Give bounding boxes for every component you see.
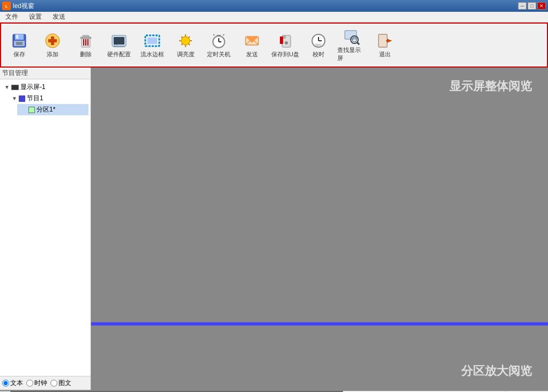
- radio-clock-label: 时钟: [34, 379, 47, 388]
- title-text: led视窗: [13, 2, 34, 11]
- radio-clock[interactable]: 时钟: [26, 379, 47, 388]
- svg-text:校时: 校时: [315, 43, 322, 47]
- left-panel: 节目管理 ▼ 显示屏-1 ▼ 节目1 分区1*: [0, 68, 91, 390]
- svg-rect-4: [16, 42, 23, 45]
- svg-rect-15: [114, 37, 124, 45]
- preview-bottom-label: 分区放大阅览: [461, 363, 532, 379]
- svg-rect-7: [48, 39, 57, 42]
- flow-border-label: 流水边框: [140, 50, 164, 58]
- add-button[interactable]: 添加: [36, 30, 69, 61]
- preview-bottom: 分区放大阅览: [91, 326, 548, 390]
- tree-item-screen[interactable]: ▼ 显示屏-1: [2, 82, 88, 93]
- node-panel-header: 节目管理: [0, 68, 91, 79]
- add-icon: [44, 32, 61, 49]
- hw-config-icon: [110, 32, 128, 49]
- tree-expand-node-icon: ▼: [12, 95, 17, 101]
- title-bar: L led视窗 ─ □ ✕: [0, 0, 548, 12]
- main-container: 节目管理 ▼ 显示屏-1 ▼ 节目1 分区1*: [0, 68, 548, 390]
- window-controls: ─ □ ✕: [518, 2, 546, 10]
- hw-config-label: 硬件配置: [107, 50, 131, 58]
- menu-bar: 文件 设置 发送: [0, 12, 548, 23]
- tree-item-node-label: 节目1: [27, 94, 43, 103]
- brightness-label: 调亮度: [177, 50, 195, 58]
- app-icon: L: [2, 2, 11, 10]
- find-screen-icon: [343, 28, 360, 45]
- add-label: 添加: [47, 50, 58, 58]
- save-udisk-icon: [277, 32, 294, 49]
- svg-rect-16: [113, 46, 125, 47]
- flow-border-icon: [144, 32, 161, 49]
- save-button[interactable]: 保存: [3, 30, 35, 61]
- exit-label: 退出: [379, 50, 391, 58]
- svg-line-27: [188, 43, 190, 45]
- delete-label: 删除: [80, 50, 92, 58]
- tree-item-zone[interactable]: 分区1*: [17, 104, 88, 115]
- timer-icon: [210, 32, 227, 49]
- delete-button[interactable]: 删除: [70, 30, 102, 61]
- svg-rect-54: [379, 34, 387, 47]
- svg-rect-34: [217, 35, 221, 36]
- tree-item-zone-label: 分区1*: [36, 105, 55, 114]
- svg-rect-20: [147, 38, 157, 44]
- brightness-icon: [177, 32, 194, 49]
- exit-icon: [376, 32, 394, 49]
- flow-border-button[interactable]: 流水边框: [136, 30, 168, 61]
- save-udisk-button[interactable]: 保存到U盘: [269, 30, 301, 61]
- svg-point-18: [116, 45, 117, 46]
- find-screen-label: 查找显示屏: [337, 46, 366, 62]
- radio-text-label: 文本: [10, 379, 23, 388]
- tree-item-screen-label: 显示屏-1: [20, 83, 46, 92]
- toolbar: 保存 添加 删除 硬件配置 流水边框 调亮度 定时关机: [0, 23, 548, 68]
- node-icon: [19, 95, 25, 102]
- radio-bar: 文本 时钟 图文: [0, 376, 91, 390]
- save-icon: [11, 32, 28, 49]
- svg-point-17: [114, 45, 115, 46]
- screen-icon: [11, 85, 19, 90]
- maximize-button[interactable]: □: [528, 2, 536, 10]
- send-label: 发送: [246, 50, 258, 58]
- svg-line-29: [181, 43, 183, 45]
- exit-button[interactable]: 退出: [369, 30, 401, 61]
- brightness-button[interactable]: 调亮度: [169, 30, 202, 61]
- svg-line-52: [357, 42, 359, 45]
- save-label: 保存: [13, 50, 25, 58]
- svg-rect-42: [283, 35, 286, 39]
- svg-line-28: [188, 36, 190, 38]
- preview-top: 显示屏整体阅览: [91, 68, 548, 322]
- clock-sync-label: 校时: [313, 50, 324, 58]
- hw-config-button[interactable]: 硬件配置: [103, 30, 135, 61]
- preview-top-label: 显示屏整体阅览: [449, 78, 532, 94]
- radio-image-label: 图文: [58, 379, 71, 388]
- svg-line-36: [223, 34, 224, 35]
- svg-line-26: [181, 36, 183, 38]
- svg-point-43: [285, 41, 288, 45]
- svg-rect-44: [280, 36, 283, 44]
- radio-text[interactable]: 文本: [2, 379, 23, 388]
- svg-rect-2: [16, 35, 18, 39]
- find-screen-button[interactable]: 查找显示屏: [336, 26, 368, 64]
- tree-expand-icon: ▼: [4, 84, 10, 90]
- delete-icon: [77, 32, 94, 49]
- tree-item-node[interactable]: ▼ 节目1: [10, 93, 88, 104]
- radio-image[interactable]: 图文: [50, 379, 71, 388]
- save-udisk-label: 保存到U盘: [271, 50, 299, 58]
- close-button[interactable]: ✕: [537, 2, 546, 10]
- tree-area[interactable]: ▼ 显示屏-1 ▼ 节目1 分区1*: [0, 79, 91, 376]
- menu-send[interactable]: 发送: [49, 11, 69, 23]
- clock-sync-button[interactable]: 校时 校时: [302, 30, 335, 61]
- minimize-button[interactable]: ─: [518, 2, 527, 10]
- svg-line-35: [213, 34, 214, 35]
- right-panel: 显示屏整体阅览 分区放大阅览: [91, 68, 548, 390]
- send-icon: [243, 32, 261, 49]
- clock-sync-icon: 校时: [310, 32, 327, 49]
- timer-label: 定时关机: [207, 50, 231, 58]
- svg-rect-10: [80, 37, 91, 39]
- timer-button[interactable]: 定时关机: [203, 30, 235, 61]
- menu-settings[interactable]: 设置: [26, 11, 45, 23]
- zone-icon: [28, 107, 35, 113]
- bottom-section: 层管理播放器体 ✎ 进入编辑 节目属性 播放方式 从右到左移动 静止 从左到右移…: [0, 390, 548, 392]
- menu-file[interactable]: 文件: [2, 11, 21, 23]
- send-button[interactable]: 发送: [236, 30, 268, 61]
